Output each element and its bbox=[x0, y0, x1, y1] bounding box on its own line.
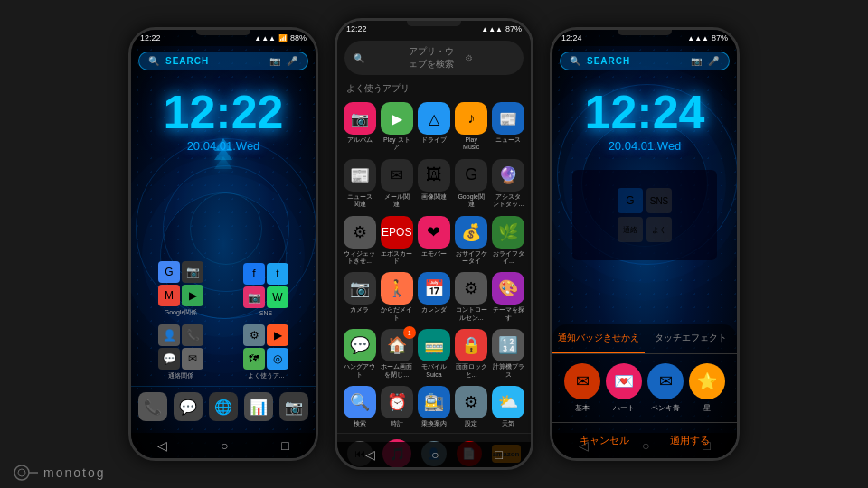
folder-frequent[interactable]: ⚙ ▶ 🗺 ◎ よく使うア... bbox=[243, 324, 288, 380]
battery-3: 87% bbox=[712, 33, 728, 42]
home-btn-1[interactable]: ○ bbox=[221, 438, 228, 453]
screenshot-preview: G SNS 通絡 よく bbox=[572, 170, 717, 260]
mic-icon-1: 🎤 bbox=[287, 56, 298, 66]
cancel-btn[interactable]: キャンセル bbox=[561, 430, 647, 451]
fb-icon: f bbox=[243, 263, 265, 285]
signal-3: ▲▲▲ bbox=[687, 34, 709, 42]
folder-row-1: 📰ニュース関連 ✉メール関連 🖼画像関連 GGoogle関連 🔮アシスタントタッ… bbox=[337, 155, 531, 212]
badge-star-label: 星 bbox=[703, 403, 711, 413]
app-epos[interactable]: EPOSエポスカード bbox=[380, 216, 413, 266]
time-display-3: 12:24 bbox=[552, 89, 737, 136]
app-lock[interactable]: 🔒面面ロックと... bbox=[455, 329, 488, 379]
maps-icon: 🗺 bbox=[243, 348, 265, 370]
camera-dock-icon[interactable]: 📷 bbox=[279, 392, 308, 421]
app-settings[interactable]: ⚙設定 bbox=[455, 386, 488, 427]
dialog-tab-1[interactable]: 通知バッジきせかえ bbox=[552, 324, 645, 353]
icon-row-1: G 📷 M ▶ Google関係 f t 📷 W bbox=[131, 258, 316, 321]
nav-bar-1: ◁ ○ □ bbox=[131, 433, 316, 458]
badge-heart[interactable]: 💌 ハート bbox=[606, 363, 642, 413]
app-camera[interactable]: 📷カメラ bbox=[343, 272, 376, 322]
app-karada[interactable]: 🚶からだメイト bbox=[380, 272, 413, 322]
app-osaifu[interactable]: 💰おサイフケータイ bbox=[455, 216, 488, 266]
svg-point-0 bbox=[14, 465, 29, 480]
app-calendar[interactable]: 📅カレンダ bbox=[417, 272, 450, 322]
search-placeholder-2: アプリ・ウェブを検索 bbox=[409, 45, 458, 70]
search-bar-2[interactable]: 🔍 アプリ・ウェブを検索 ⚙ bbox=[344, 41, 524, 75]
app-widget[interactable]: ⚙ウィジェットきせ... bbox=[343, 216, 376, 266]
badge-star[interactable]: ⭐ 星 bbox=[689, 363, 725, 413]
phone-3: 12:24 ▲▲▲ 87% 🔍 SEARCH 📷 🎤 12:24 20 bbox=[550, 27, 740, 461]
app-playmusic[interactable]: ♪PlayMusic bbox=[455, 102, 488, 152]
app-weather[interactable]: ⛅天気 bbox=[492, 386, 525, 427]
folder-mail[interactable]: ✉メール関連 bbox=[380, 159, 413, 209]
clock-1: 12:22 20.04.01.Wed bbox=[131, 89, 316, 153]
recents-btn-2[interactable]: □ bbox=[495, 447, 503, 462]
phone-dock-icon[interactable]: 📞 bbox=[138, 392, 167, 421]
globe-dock-icon[interactable]: 🌐 bbox=[209, 392, 238, 421]
play-icon: ▶ bbox=[267, 324, 288, 346]
dialog-icons: ✉ 基本 💌 ハート ✉ ペンキ青 ⭐ 星 bbox=[552, 354, 737, 422]
mail-icon: ✉ bbox=[182, 348, 203, 370]
signal-icon-1: ▲▲▲ bbox=[254, 34, 276, 42]
app-hangout[interactable]: 💬ハングアウト bbox=[343, 329, 376, 379]
back-btn-1[interactable]: ◁ bbox=[157, 438, 167, 453]
app-suica[interactable]: 🚃モバイルSuica bbox=[417, 329, 450, 379]
dialog-overlay: 通知バッジきせかえ タッチエフェクト ✉ 基本 💌 ハート bbox=[552, 324, 737, 458]
folder-contacts[interactable]: 👤 📞 💬 ✉ 通絡関係 bbox=[158, 324, 203, 380]
folder-icon-2: 📷 bbox=[182, 261, 203, 283]
dialog-actions: キャンセル 適用する bbox=[552, 422, 737, 458]
dock-1: 📞 💬 🌐 📊 📷 bbox=[131, 386, 316, 427]
app-transit[interactable]: 🚉乗換案内 bbox=[417, 386, 450, 427]
status-bar-3: 12:24 ▲▲▲ 87% bbox=[552, 30, 737, 46]
time-3: 12:24 bbox=[561, 33, 582, 42]
search-icon-1: 🔍 bbox=[148, 56, 160, 66]
app-calc[interactable]: 🔢計算機プラス bbox=[492, 329, 525, 379]
icon-row-2: 👤 📞 💬 ✉ 通絡関係 ⚙ ▶ 🗺 ◎ bbox=[131, 321, 316, 384]
signal-2: ▲▲▲ bbox=[481, 25, 503, 33]
ig-icon: 📷 bbox=[243, 286, 265, 308]
badge-kihon[interactable]: ✉ 基本 bbox=[564, 363, 600, 413]
app-clock[interactable]: ⏰時計 bbox=[380, 386, 413, 427]
chart-dock-icon[interactable]: 📊 bbox=[244, 392, 273, 421]
time-1: 12:22 bbox=[140, 33, 161, 42]
search-bar-3[interactable]: 🔍 SEARCH 📷 🎤 bbox=[560, 52, 730, 70]
folder-photos[interactable]: 🖼画像関連 bbox=[417, 159, 450, 209]
app-olife[interactable]: 🌿おライフタイ... bbox=[492, 216, 525, 266]
msg-dock-icon[interactable]: 💬 bbox=[174, 392, 203, 421]
app-control[interactable]: ⚙コントロールセン... bbox=[455, 272, 488, 322]
status-bar-2: 12:22 ▲▲▲ 87% bbox=[337, 21, 531, 37]
apply-btn[interactable]: 適用する bbox=[652, 430, 728, 451]
app-theme[interactable]: 🎨テーマを探す bbox=[492, 272, 525, 322]
app-emober[interactable]: ❤エモバー bbox=[417, 216, 450, 266]
search-label-1: SEARCH bbox=[165, 56, 264, 66]
search-bar-1[interactable]: 🔍 SEARCH 📷 🎤 bbox=[138, 52, 308, 70]
home-btn-2[interactable]: ○ bbox=[431, 447, 439, 462]
app-row-5: 🔍検索 ⏰時計 🚉乗換案内 ⚙設定 ⛅天気 bbox=[337, 382, 531, 431]
badge-penki[interactable]: ✉ ペンキ青 bbox=[647, 363, 684, 413]
settings-icon: ⚙ bbox=[243, 324, 265, 346]
app-drive[interactable]: △ドライブ bbox=[417, 102, 450, 152]
section-label-2: よく使うアプリ bbox=[337, 79, 531, 99]
frequent-apps-grid: 📷アルバム ▶Play ストア △ドライブ ♪PlayMusic 📰ニュース bbox=[337, 99, 531, 155]
app-news[interactable]: 📰ニュース bbox=[492, 102, 525, 152]
folder-google[interactable]: G 📷 M ▶ Google関係 bbox=[158, 261, 203, 317]
nav-bar-2: ◁ ○ □ bbox=[337, 442, 531, 467]
app-album[interactable]: 📷アルバム bbox=[343, 102, 376, 152]
folder-news[interactable]: 📰ニュース関連 bbox=[343, 159, 376, 209]
back-btn-2[interactable]: ◁ bbox=[365, 447, 375, 462]
folder-assistant[interactable]: 🔮アシスタントタッ... bbox=[492, 159, 525, 209]
folder-google2[interactable]: GGoogle関連 bbox=[455, 159, 488, 209]
watermark: monotog bbox=[14, 465, 105, 481]
wa-icon: W bbox=[267, 286, 288, 308]
dialog-tab-2[interactable]: タッチエフェクト bbox=[645, 324, 737, 353]
time-display-1: 12:22 bbox=[131, 89, 316, 136]
folder-sns[interactable]: f t 📷 W SNS bbox=[243, 263, 288, 316]
phones-container: 12:22 ▲▲▲ 📶 88% 🔍 SEARCH 📷 🎤 12:22 20.04… bbox=[110, 0, 758, 488]
contacts-icon: 👤 bbox=[158, 324, 180, 346]
gear-icon-2: ⚙ bbox=[465, 53, 514, 63]
app-home[interactable]: 🏠 1 ホーム画面を閉じ... bbox=[380, 329, 413, 379]
recents-btn-1[interactable]: □ bbox=[281, 438, 288, 453]
msg-icon: 💬 bbox=[158, 348, 180, 370]
app-playstore[interactable]: ▶Play ストア bbox=[380, 102, 413, 152]
app-search[interactable]: 🔍検索 bbox=[343, 386, 376, 427]
